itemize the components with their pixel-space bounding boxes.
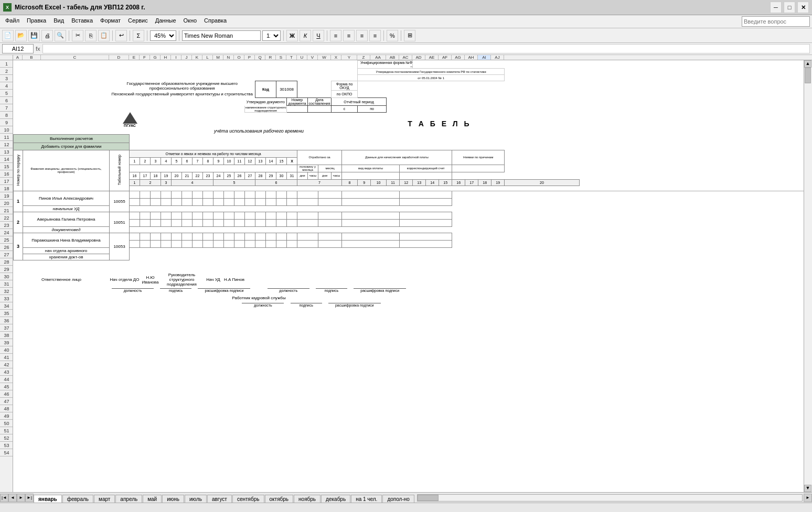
tab-nav-next[interactable]: ► bbox=[17, 494, 25, 502]
emp3-salary2[interactable] bbox=[342, 240, 400, 247]
new-button[interactable]: 📄 bbox=[2, 30, 14, 41]
emp1-d4[interactable] bbox=[161, 191, 172, 198]
emp1-d15[interactable] bbox=[276, 191, 287, 198]
minimize-button[interactable]: ─ bbox=[770, 2, 782, 13]
row-num-30[interactable]: 30 bbox=[0, 273, 13, 280]
menu-format[interactable]: Формат bbox=[97, 16, 124, 27]
row-num-24[interactable]: 24 bbox=[0, 229, 13, 236]
emp3-half2[interactable] bbox=[297, 240, 318, 247]
h-scroll-thumb[interactable] bbox=[418, 495, 439, 501]
emp1-d14[interactable] bbox=[266, 191, 276, 198]
emp2-d20[interactable] bbox=[172, 219, 182, 226]
emp2-absent[interactable] bbox=[400, 212, 452, 219]
emp3-d26[interactable] bbox=[234, 240, 245, 247]
col-E[interactable]: E bbox=[129, 55, 140, 60]
row-num-21[interactable]: 21 bbox=[0, 207, 13, 214]
emp3-d21[interactable] bbox=[182, 240, 193, 247]
calc-button[interactable]: Выполнение расчетов bbox=[14, 134, 130, 143]
cell-reference-input[interactable] bbox=[2, 44, 34, 53]
emp3-d3[interactable] bbox=[151, 233, 161, 240]
sheet-tab-apr[interactable]: апрель bbox=[115, 495, 142, 503]
close-button[interactable]: ✕ bbox=[797, 2, 809, 13]
emp1-d26[interactable] bbox=[234, 198, 245, 205]
row-num-3[interactable]: 3 bbox=[0, 75, 13, 82]
emp2-d12[interactable] bbox=[245, 212, 255, 219]
col-W[interactable]: W bbox=[318, 55, 331, 60]
emp1-d9[interactable] bbox=[213, 191, 224, 198]
emp2-d30[interactable] bbox=[276, 219, 287, 226]
emp1-half1-worked[interactable] bbox=[297, 191, 318, 198]
borders-button[interactable]: ⊞ bbox=[404, 30, 415, 41]
emp1-d19[interactable] bbox=[161, 198, 172, 205]
emp3-d30[interactable] bbox=[276, 240, 287, 247]
emp3-d2[interactable] bbox=[140, 233, 151, 240]
emp2-dx[interactable] bbox=[287, 212, 297, 219]
emp1-salary-type2[interactable] bbox=[342, 198, 400, 205]
emp2-d22[interactable] bbox=[193, 219, 203, 226]
row-num-28[interactable]: 28 bbox=[0, 258, 13, 266]
emp2-d6[interactable] bbox=[182, 212, 193, 219]
emp3-month2[interactable] bbox=[318, 240, 342, 247]
emp2-d23[interactable] bbox=[203, 219, 213, 226]
row-num-34[interactable]: 34 bbox=[0, 302, 13, 310]
emp2-d16[interactable] bbox=[130, 219, 140, 226]
emp1-d11[interactable] bbox=[234, 191, 245, 198]
col-F[interactable]: F bbox=[140, 55, 150, 60]
emp1-d18[interactable] bbox=[151, 198, 161, 205]
emp1-d5[interactable] bbox=[172, 191, 182, 198]
emp2-d29[interactable] bbox=[266, 219, 276, 226]
emp2-d26[interactable] bbox=[234, 219, 245, 226]
emp3-d16[interactable] bbox=[130, 240, 140, 247]
menu-edit[interactable]: Правка bbox=[24, 16, 49, 27]
preview-button[interactable]: 🔍 bbox=[55, 30, 66, 41]
emp1-d25[interactable] bbox=[224, 198, 234, 205]
row-num-33[interactable]: 33 bbox=[0, 295, 13, 302]
sheet-tab-jan[interactable]: январь bbox=[34, 495, 62, 503]
row-num-19[interactable]: 19 bbox=[0, 192, 13, 200]
emp1-half2-worked[interactable] bbox=[297, 198, 318, 205]
col-Q[interactable]: Q bbox=[255, 55, 265, 60]
emp3-month[interactable] bbox=[318, 233, 342, 240]
row-num-48[interactable]: 48 bbox=[0, 405, 13, 412]
emp2-d18[interactable] bbox=[151, 219, 161, 226]
emp1-d10[interactable] bbox=[224, 191, 234, 198]
col-AB[interactable]: AB bbox=[386, 55, 399, 60]
row-num-12[interactable]: 12 bbox=[0, 141, 13, 148]
col-D[interactable]: D bbox=[109, 55, 129, 60]
emp1-month-worked[interactable] bbox=[318, 191, 342, 198]
save-button[interactable]: 💾 bbox=[28, 30, 40, 41]
sheet-content[interactable]: Унифицированная форма №Ф – Утверждена по… bbox=[13, 60, 804, 492]
emp1-d6[interactable] bbox=[182, 191, 193, 198]
row-num-18[interactable]: 18 bbox=[0, 185, 13, 192]
row-num-2[interactable]: 2 bbox=[0, 68, 13, 75]
emp1-salary-type[interactable] bbox=[342, 191, 400, 198]
row-num-20[interactable]: 20 bbox=[0, 200, 13, 207]
vertical-scrollbar[interactable]: ▲ ▼ bbox=[804, 60, 812, 492]
sheet-tab-mar[interactable]: март bbox=[94, 495, 115, 503]
row-num-29[interactable]: 29 bbox=[0, 266, 13, 273]
add-row-button[interactable]: Добавить строки для фамилии bbox=[14, 143, 130, 150]
row-num-53[interactable]: 53 bbox=[0, 442, 13, 449]
emp1-d29[interactable] bbox=[266, 198, 276, 205]
col-H[interactable]: H bbox=[161, 55, 171, 60]
emp1-d1[interactable] bbox=[130, 191, 140, 198]
align-justify-button[interactable]: ≡ bbox=[369, 30, 381, 41]
emp3-salary[interactable] bbox=[342, 233, 400, 240]
col-X[interactable]: X bbox=[331, 55, 341, 60]
emp2-salary[interactable] bbox=[342, 212, 400, 219]
row-num-26[interactable]: 26 bbox=[0, 244, 13, 251]
emp3-d24[interactable] bbox=[213, 240, 224, 247]
tab-nav-prev[interactable]: ◄ bbox=[8, 494, 17, 502]
emp2-d8[interactable] bbox=[203, 212, 213, 219]
row-num-9[interactable]: 9 bbox=[0, 119, 13, 126]
emp1-d16[interactable] bbox=[130, 198, 140, 205]
menu-help[interactable]: Справка bbox=[201, 16, 230, 27]
emp3-d27[interactable] bbox=[245, 240, 255, 247]
emp3-d22[interactable] bbox=[193, 240, 203, 247]
row-num-43[interactable]: 43 bbox=[0, 368, 13, 376]
emp3-half1[interactable] bbox=[297, 233, 318, 240]
emp1-d30[interactable] bbox=[276, 198, 287, 205]
row-num-46[interactable]: 46 bbox=[0, 390, 13, 398]
col-U[interactable]: U bbox=[297, 55, 307, 60]
h-scrollbar[interactable] bbox=[417, 494, 803, 502]
